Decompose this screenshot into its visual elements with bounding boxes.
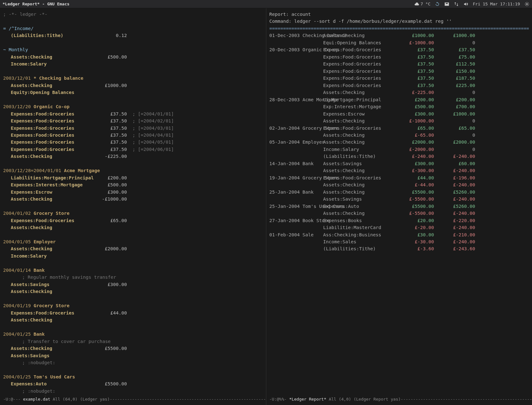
- source-line[interactable]: ; :nobudget:: [3, 359, 263, 366]
- source-line[interactable]: Expenses:Food:Groceries £37.50 ; [=2004/…: [3, 132, 263, 139]
- source-line[interactable]: Expenses:Food:Groceries £44.00: [3, 309, 263, 316]
- report-row[interactable]: Expens:Food:Groceries£37.50£150.00: [269, 68, 529, 75]
- report-row[interactable]: Assets:Checking£-44.00£-240.00: [269, 181, 529, 188]
- report-row[interactable]: Expens:Food:Groceries£37.50£75.00: [269, 53, 529, 60]
- report-row[interactable]: Equi:Opening Balances£-1000.000: [269, 39, 529, 46]
- settings-icon[interactable]: [524, 2, 529, 7]
- source-line[interactable]: Assets:Savings £300.00: [3, 281, 263, 288]
- source-line[interactable]: Expenses:Food:Groceries £37.50 ; [=2004/…: [3, 146, 263, 153]
- source-line[interactable]: Expenses:Food:Groceries £65.00: [3, 217, 263, 224]
- source-line[interactable]: ; Regular monthly savings transfer: [3, 274, 263, 281]
- source-line[interactable]: [3, 96, 263, 103]
- source-line[interactable]: 2004/01/25 Bank: [3, 331, 263, 338]
- source-line[interactable]: Assets:Checking £5500.00: [3, 345, 263, 352]
- source-line[interactable]: 2004/01/02 Grocery Store: [3, 210, 263, 217]
- source-line[interactable]: Income:Salary: [3, 60, 263, 67]
- source-line[interactable]: Expenses:Auto £5500.00: [3, 380, 263, 387]
- report-account: Expenses:Books: [323, 217, 393, 224]
- report-row[interactable]: 28-Dec-2003 Acme MortgageLi:Mortgage:Pri…: [269, 96, 529, 103]
- source-line[interactable]: Expenses:Escrow £300.00: [3, 189, 263, 196]
- source-line[interactable]: 2004/01/19 Grocery Store: [3, 302, 263, 309]
- source-line[interactable]: [3, 68, 263, 75]
- source-line[interactable]: (Liabilities:Tithe) 0.12: [3, 32, 263, 39]
- report-row[interactable]: Income:Salary£-2000.000: [269, 146, 529, 153]
- source-line[interactable]: Liabilities:Mortgage:Principal £200.00: [3, 174, 263, 181]
- source-line[interactable]: Expenses:Interest:Mortgage £500.00: [3, 181, 263, 188]
- source-line[interactable]: Assets:Checking: [3, 288, 263, 295]
- source-line[interactable]: 2003/12/01 * Checking balance: [3, 75, 263, 82]
- weather-text: 7 °C: [421, 2, 430, 6]
- report-row[interactable]: 27-Jan-2004 Book StoreExpenses:Books£20.…: [269, 217, 529, 224]
- report-row[interactable]: Income:Sales£-30.00£-240.00: [269, 238, 529, 245]
- right-buffer[interactable]: Report: account Command: ledger --sort d…: [266, 8, 532, 405]
- source-line[interactable]: ; :nobudget:: [3, 388, 263, 395]
- report-row[interactable]: 20-Dec-2003 Organic Co-opExpens:Food:Gro…: [269, 46, 529, 53]
- source-line[interactable]: ~ Monthly: [3, 46, 263, 53]
- report-row[interactable]: Exp:Interest:Mortgage£500.00£700.00: [269, 103, 529, 110]
- report-row[interactable]: 14-Jan-2004 BankAssets:Savings£300.00£60…: [269, 160, 529, 167]
- source-line[interactable]: 2004/01/25 Tom's Used Cars: [3, 373, 263, 380]
- source-line[interactable]: Expenses:Food:Groceries £37.50 ; [=2004/…: [3, 139, 263, 146]
- report-row[interactable]: (Liabilities:Tithe)£-240.00£-240.00: [269, 153, 529, 160]
- weather-indicator[interactable]: 7 °C: [414, 2, 430, 7]
- report-row[interactable]: Assets:Checking£-1000.000: [269, 117, 529, 124]
- source-line[interactable]: 2003/12/28=2004/01/01 Acme Mortgage: [3, 167, 263, 174]
- source-line[interactable]: 2003/12/20 Organic Co-op: [3, 103, 263, 110]
- source-line[interactable]: Assets:Checking: [3, 316, 263, 323]
- report-row[interactable]: Expens:Food:Groceries£37.50£187.50: [269, 75, 529, 82]
- source-line[interactable]: Assets:Checking £2000.00: [3, 245, 263, 252]
- source-line[interactable]: [3, 259, 263, 266]
- report-row[interactable]: 19-Jan-2004 Grocery StoreExpens:Food:Gro…: [269, 174, 529, 181]
- source-line[interactable]: [3, 39, 263, 46]
- source-line[interactable]: ; Transfer to cover car purchase: [3, 338, 263, 345]
- volume-icon[interactable]: [463, 2, 468, 7]
- source-line[interactable]: [3, 203, 263, 210]
- left-buffer[interactable]: ; -*- ledger -*- = /^Income/(Liabilities…: [0, 8, 266, 405]
- source-line[interactable]: ; -*- ledger -*-: [3, 11, 263, 18]
- report-row[interactable]: Expens:Food:Groceries£37.50£112.50: [269, 60, 529, 67]
- source-line[interactable]: [3, 231, 263, 238]
- report-row[interactable]: Expens:Food:Groceries£37.50£225.00: [269, 82, 529, 89]
- report-account: Assets:Checking: [323, 139, 393, 146]
- report-row[interactable]: Liabilitie:MasterCard£-20.00£-240.00: [269, 224, 529, 231]
- source-line[interactable]: Assets:Checking -£225.00: [3, 153, 263, 160]
- report-row[interactable]: Assets:Savings£-5500.00£-240.00: [269, 196, 529, 202]
- refresh-icon[interactable]: [435, 2, 440, 7]
- report-row[interactable]: 01-Dec-2003 Checking balanceAssets:Check…: [269, 32, 529, 39]
- network-icon[interactable]: [454, 2, 459, 7]
- source-line[interactable]: Expenses:Food:Groceries £37.50 ; [=2004/…: [3, 110, 263, 117]
- source-line[interactable]: [3, 160, 263, 167]
- report-row[interactable]: Assets:Checking£-5500.00£-240.00: [269, 210, 529, 217]
- report-row[interactable]: 25-Jan-2004 Tom's Used CarsExpenses:Auto…: [269, 203, 529, 210]
- source-line[interactable]: Assets:Checking £1000.00: [3, 82, 263, 89]
- source-line[interactable]: Equity:Opening Balances: [3, 89, 263, 96]
- modeline-fill: ----------------------------------------…: [110, 397, 266, 402]
- source-line[interactable]: Expenses:Food:Groceries £37.50 ; [=2004/…: [3, 125, 263, 132]
- source-line[interactable]: = /^Income/: [3, 25, 263, 32]
- mail-icon[interactable]: [444, 2, 449, 7]
- report-balance: £700.00: [434, 103, 475, 110]
- source-line[interactable]: [3, 295, 263, 302]
- source-line[interactable]: Expenses:Food:Groceries £37.50 ; [=2004/…: [3, 117, 263, 124]
- source-line[interactable]: [3, 324, 263, 331]
- source-line[interactable]: Assets:Checking £500.00: [3, 53, 263, 60]
- report-row[interactable]: 01-Feb-2004 SaleAss:Checking:Business£30…: [269, 231, 529, 238]
- source-line[interactable]: Assets:Checking: [3, 224, 263, 231]
- report-row[interactable]: 25-Jan-2004 BankAssets:Checking£5500.00£…: [269, 189, 529, 196]
- source-line[interactable]: Assets:Savings: [3, 352, 263, 359]
- report-row[interactable]: Assets:Checking£-300.00£-240.00: [269, 167, 529, 174]
- source-line[interactable]: 2004/01/14 Bank: [3, 267, 263, 274]
- source-line[interactable]: Assets:Checking -£1000.00: [3, 196, 263, 202]
- source-line[interactable]: [3, 366, 263, 373]
- report-row[interactable]: 05-Jan-2004 EmployerAssets:Checking£2000…: [269, 139, 529, 146]
- source-line[interactable]: 2004/01/05 Employer: [3, 238, 263, 245]
- report-balance: £-240.00: [434, 167, 475, 174]
- source-line[interactable]: Income:Salary: [3, 252, 263, 259]
- report-row[interactable]: Assets:Checking£-65.000: [269, 132, 529, 139]
- report-row[interactable]: 02-Jan-2004 Grocery StoreExpens:Food:Gro…: [269, 125, 529, 132]
- clock[interactable]: Fri 15 Mar 17:11:19: [473, 2, 520, 6]
- source-line[interactable]: [3, 18, 263, 25]
- report-row[interactable]: (Liabilities:Tithe)£-3.60£-243.60: [269, 245, 529, 252]
- report-row[interactable]: Expenses:Escrow£300.00£1000.00: [269, 110, 529, 117]
- report-row[interactable]: Assets:Checking£-225.000: [269, 89, 529, 96]
